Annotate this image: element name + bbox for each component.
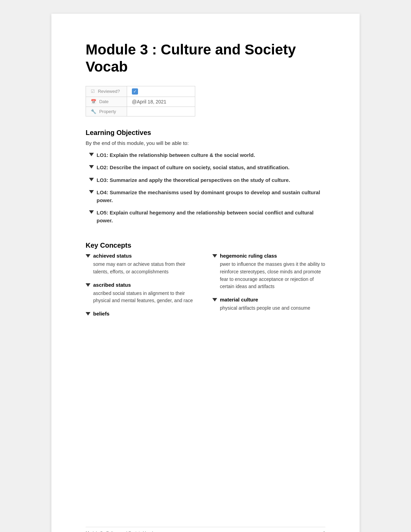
lo5-text: LO5: Explain cultural hegemony and the r… <box>97 209 325 224</box>
triangle-icon-lo3 <box>89 178 94 181</box>
triangle-icon-hegemonic <box>212 254 217 258</box>
triangle-icon-lo2 <box>89 165 94 169</box>
lo-item-4: LO4: Summarize the mechanisms used by do… <box>86 189 325 204</box>
concepts-left-column: achieved status some may earn or achieve… <box>86 253 199 323</box>
learning-objectives-heading: Learning Objectives <box>86 129 325 137</box>
date-row: 📅 Date @April 18, 2021 <box>86 97 195 107</box>
lo3-text: LO3: Summarize and apply the theoretical… <box>97 176 290 184</box>
reviewed-icon: ☑ <box>91 89 95 94</box>
date-value: @April 18, 2021 <box>127 97 195 107</box>
concept-hegemonic: hegemonic ruling class pwer to influence… <box>212 253 325 290</box>
date-label: Date <box>99 99 109 104</box>
page-footer: Module 3 : Culture and Society Vocab 1 <box>86 527 325 532</box>
property-label: Property <box>99 109 116 114</box>
beliefs-term: beliefs <box>93 311 110 317</box>
key-concepts-section: Key Concepts achieved status some may ea… <box>86 242 325 323</box>
ascribed-status-def: ascribed social statues in alignment to … <box>86 290 199 305</box>
triangle-icon-lo5 <box>89 210 94 214</box>
lo-item-5: LO5: Explain cultural hegemony and the r… <box>86 209 325 224</box>
lo4-text: LO4: Summarize the mechanisms used by do… <box>97 189 325 204</box>
concept-achieved-status: achieved status some may earn or achieve… <box>86 253 199 275</box>
triangle-icon-achieved <box>86 254 90 258</box>
checkbox-checked-icon[interactable]: ✓ <box>132 88 138 95</box>
lo-item-2: LO2: Describe the impact of culture on s… <box>86 164 325 172</box>
triangle-icon-ascribed <box>86 283 90 287</box>
triangle-icon-beliefs <box>86 312 90 316</box>
concept-material-culture: material culture physical artifacts peop… <box>212 297 325 312</box>
footer-right: 1 <box>323 531 325 532</box>
lo1-text: LO1: Explain the relationship between cu… <box>97 151 255 159</box>
material-culture-term: material culture <box>220 297 258 302</box>
achieved-status-term: achieved status <box>93 253 132 259</box>
page-title: Module 3 : Culture and Society Vocab <box>86 41 325 76</box>
footer-left: Module 3 : Culture and Society Vocab <box>86 531 154 532</box>
triangle-icon-material <box>212 298 217 301</box>
lo-list: LO1: Explain the relationship between cu… <box>86 151 325 225</box>
hegemonic-term: hegemonic ruling class <box>220 253 277 259</box>
triangle-icon-lo4 <box>89 190 94 194</box>
learning-objectives-section: Learning Objectives By the end of this m… <box>86 129 325 225</box>
achieved-status-def: some may earn or achieve status from the… <box>86 261 199 275</box>
concept-ascribed-status: ascribed status ascribed social statues … <box>86 282 199 305</box>
ascribed-status-term: ascribed status <box>93 282 131 288</box>
concepts-right-column: hegemonic ruling class pwer to influence… <box>212 253 325 323</box>
reviewed-label: Reviewed? <box>98 89 120 94</box>
triangle-icon-lo1 <box>89 153 94 156</box>
page-container: Module 3 : Culture and Society Vocab ☑ R… <box>51 14 360 532</box>
hegemonic-def: pwer to influence the masses gives it th… <box>212 261 325 290</box>
property-icon: 🔧 <box>91 109 96 114</box>
calendar-icon: 📅 <box>91 99 96 104</box>
learning-objectives-intro: By the end of this module, you will be a… <box>86 140 325 146</box>
lo-item-1: LO1: Explain the relationship between cu… <box>86 151 325 159</box>
lo-item-3: LO3: Summarize and apply the theoretical… <box>86 176 325 184</box>
properties-table: ☑ Reviewed? ✓ 📅 Date @April 18, 2021 🔧 P… <box>86 86 195 116</box>
concept-beliefs: beliefs <box>86 311 199 317</box>
reviewed-row: ☑ Reviewed? ✓ <box>86 86 195 97</box>
key-concepts-heading: Key Concepts <box>86 242 325 249</box>
property-row: 🔧 Property <box>86 107 195 116</box>
lo2-text: LO2: Describe the impact of culture on s… <box>97 164 289 172</box>
material-culture-def: physical artifacts people use and consum… <box>212 305 325 312</box>
concepts-grid: achieved status some may earn or achieve… <box>86 253 325 323</box>
